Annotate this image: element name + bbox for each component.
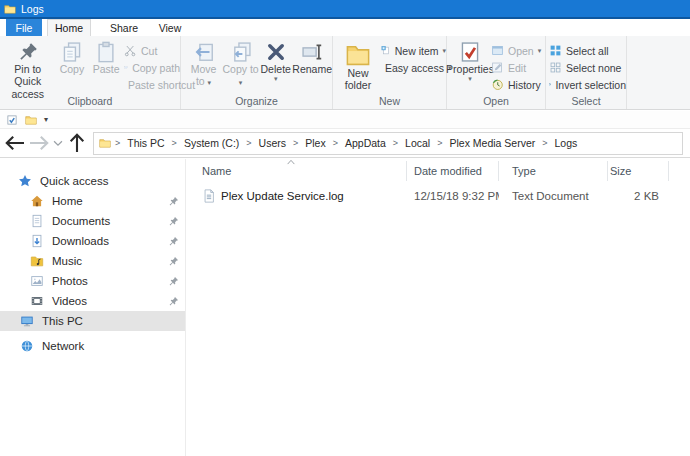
forward-button[interactable] — [27, 131, 51, 155]
properties-label: Properties — [446, 63, 494, 75]
breadcrumb-separator-icon: > — [538, 138, 551, 148]
history-button[interactable]: History — [491, 76, 545, 93]
easy-access-button[interactable]: Easy access ▾ — [381, 59, 446, 76]
document-icon — [30, 214, 44, 228]
star-icon — [18, 174, 32, 188]
sidebar-item-label: Music — [52, 255, 82, 267]
up-button[interactable] — [65, 131, 89, 155]
sidebar-item-this-pc[interactable]: This PC — [0, 311, 185, 331]
back-button[interactable] — [3, 131, 27, 155]
new-folder-button[interactable]: New folder — [338, 36, 378, 96]
new-item-button[interactable]: New item ▾ — [381, 42, 446, 59]
sidebar-item-downloads[interactable]: Downloads — [0, 231, 185, 251]
column-header-type[interactable]: Type — [499, 161, 608, 181]
ribbon-group-clipboard: Pin to Quick access Copy Paste Cut — [0, 36, 181, 109]
rename-button[interactable]: Rename — [292, 36, 332, 96]
invert-selection-label: Invert selection — [555, 79, 626, 91]
qat-customize-chevron-icon[interactable]: ▾ — [44, 115, 48, 124]
select-all-button[interactable]: Select all — [549, 42, 626, 59]
breadcrumb-segment[interactable]: Users — [256, 137, 289, 149]
main-area: Quick accessHomeDocumentsDownloadsMusicP… — [0, 159, 690, 456]
pushpin-icon — [17, 41, 39, 63]
column-header-date-modified[interactable]: Date modified — [407, 161, 499, 181]
sort-ascending-icon[interactable] — [286, 158, 296, 166]
quick-access-toolbar: ▾ — [0, 111, 690, 128]
delete-button[interactable]: Delete ▾ — [259, 36, 292, 96]
column-header-size[interactable]: Size — [608, 161, 669, 181]
window-folder-icon — [4, 3, 16, 15]
explorer-window: Logs File Home Share View Pin to Quick a… — [0, 0, 690, 456]
properties-icon — [459, 41, 481, 63]
breadcrumb-separator-icon: > — [329, 138, 342, 148]
copy-button[interactable]: Copy — [56, 36, 89, 96]
sidebar-item-quick-access[interactable]: Quick access — [0, 171, 185, 191]
sidebar-item-documents[interactable]: Documents — [0, 211, 185, 231]
sidebar-item-label: Photos — [52, 275, 88, 287]
edit-button[interactable]: Edit — [491, 59, 545, 76]
sidebar-item-label: Downloads — [52, 235, 109, 247]
ribbon-tab-row: File Home Share View — [0, 19, 690, 36]
title-bar: Logs — [0, 0, 690, 17]
globe-icon — [20, 339, 34, 353]
copy-to-label: Copy to ▾ — [222, 63, 259, 88]
column-header-name[interactable]: Name — [186, 161, 407, 181]
sidebar-item-label: Documents — [52, 215, 110, 227]
select-none-label: Select none — [566, 62, 621, 74]
sidebar-item-music[interactable]: Music — [0, 251, 185, 271]
select-none-button[interactable]: Select none — [549, 59, 626, 76]
pin-icon — [168, 256, 179, 267]
history-icon — [491, 78, 504, 91]
open-group-label: Open — [447, 95, 545, 107]
properties-button[interactable]: Properties ▾ — [449, 36, 491, 96]
breadcrumb-segment[interactable]: Logs — [552, 137, 581, 149]
breadcrumb-segment[interactable]: Local — [402, 137, 433, 149]
file-size: 2 KB — [608, 190, 669, 202]
file-date-modified: 12/15/18 9:32 PM — [407, 190, 499, 202]
breadcrumb-separator-icon: > — [111, 138, 124, 148]
home-icon — [30, 194, 44, 208]
qat-properties-icon[interactable] — [6, 114, 18, 126]
address-bar[interactable]: >This PC>System (C:)>Users>Plex>AppData>… — [93, 132, 683, 155]
breadcrumb-separator-icon: > — [389, 138, 402, 148]
photos-icon — [30, 274, 44, 288]
copy-to-button[interactable]: Copy to ▾ — [222, 36, 259, 96]
breadcrumb-segment[interactable]: System (C:) — [181, 137, 242, 149]
tab-home[interactable]: Home — [47, 19, 91, 36]
sidebar-item-network[interactable]: Network — [0, 336, 185, 356]
recent-locations-chevron-icon[interactable] — [51, 131, 65, 155]
ribbon-group-open: Properties ▾ Open ▾ Edit Histo — [447, 36, 546, 109]
breadcrumb-segment[interactable]: This PC — [124, 137, 167, 149]
sidebar-item-home[interactable]: Home — [0, 191, 185, 211]
address-folder-icon — [99, 137, 111, 149]
move-to-button[interactable]: Move to ▾ — [185, 36, 222, 96]
open-button[interactable]: Open ▾ — [491, 42, 545, 59]
sidebar-item-videos[interactable]: Videos — [0, 291, 185, 311]
copy-path-button[interactable]: Copy path — [124, 59, 180, 76]
rename-icon — [301, 41, 323, 63]
easy-access-label: Easy access — [385, 62, 444, 74]
copy-to-icon — [230, 41, 252, 63]
paste-shortcut-button[interactable]: Paste shortcut — [124, 76, 180, 93]
breadcrumb-segment[interactable]: Plex Media Server — [446, 137, 538, 149]
tab-share[interactable]: Share — [101, 19, 147, 36]
tab-view[interactable]: View — [147, 19, 193, 36]
breadcrumb-segment[interactable]: AppData — [342, 137, 389, 149]
breadcrumb: >This PC>System (C:)>Users>Plex>AppData>… — [111, 137, 580, 149]
file-row[interactable]: Plex Update Service.log12/15/18 9:32 PMT… — [186, 186, 690, 206]
cut-button[interactable]: Cut — [124, 42, 180, 59]
invert-selection-button[interactable]: Invert selection — [549, 76, 626, 93]
breadcrumb-separator-icon: > — [289, 138, 302, 148]
qat-new-folder-icon[interactable] — [25, 114, 37, 126]
videos-icon — [30, 294, 44, 308]
sidebar-item-photos[interactable]: Photos — [0, 271, 185, 291]
sidebar-item-label: This PC — [42, 315, 83, 327]
paste-icon — [95, 41, 117, 63]
sidebar-item-label: Quick access — [40, 175, 108, 187]
ribbon-group-select: Select all Select none Invert selection … — [546, 36, 627, 109]
pin-icon — [168, 276, 179, 287]
tab-file[interactable]: File — [6, 19, 42, 36]
breadcrumb-segment[interactable]: Plex — [302, 137, 328, 149]
copy-icon — [61, 41, 83, 63]
paste-button[interactable]: Paste — [88, 36, 124, 96]
pin-to-quick-access-button[interactable]: Pin to Quick access — [0, 36, 56, 96]
